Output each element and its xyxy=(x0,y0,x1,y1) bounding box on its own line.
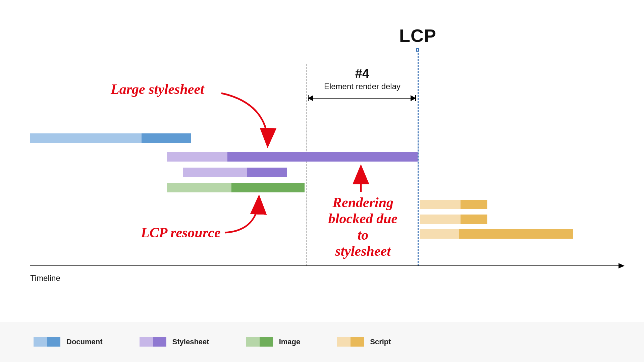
legend-swatch xyxy=(140,337,166,347)
diagram-canvas: LCP #4 Element render delay Timeline Lar… xyxy=(0,0,644,362)
phase-number: #4 xyxy=(339,66,386,81)
render-block-start-line xyxy=(306,64,307,266)
arrow-large-stylesheet xyxy=(0,0,644,362)
bar-stylesheet-large xyxy=(167,152,418,162)
bar-document xyxy=(30,133,191,143)
bar-stylesheet-2 xyxy=(183,168,287,177)
legend-swatch xyxy=(337,337,364,347)
legend-label: Stylesheet xyxy=(172,338,209,346)
phase-bracket xyxy=(308,98,416,99)
legend-swatch xyxy=(34,337,60,347)
bar-image-lcp xyxy=(167,183,305,192)
legend-item-document: Document xyxy=(34,337,103,347)
axis-label: Timeline xyxy=(30,274,60,283)
legend-label: Document xyxy=(66,338,103,346)
legend-label: Script xyxy=(370,338,391,346)
lcp-title: LCP xyxy=(399,25,436,46)
lcp-marker-cap xyxy=(416,48,419,52)
phase-subtitle: Element render delay xyxy=(315,82,410,91)
bar-script-3 xyxy=(420,229,573,239)
legend: DocumentStylesheetImageScript xyxy=(0,322,644,362)
arrow-blocked xyxy=(0,0,644,362)
anno-lcp-resource: LCP resource xyxy=(141,225,221,241)
legend-item-stylesheet: Stylesheet xyxy=(140,337,209,347)
legend-label: Image xyxy=(279,338,301,346)
bar-script-1 xyxy=(420,200,487,209)
arrow-lcp-resource xyxy=(0,0,644,362)
bar-script-2 xyxy=(420,215,487,224)
legend-swatch xyxy=(246,337,273,347)
lcp-marker-line xyxy=(418,53,419,266)
anno-blocked: Rendering blocked due to stylesheet xyxy=(323,194,403,259)
legend-item-image: Image xyxy=(246,337,301,347)
timeline-axis xyxy=(30,265,624,266)
anno-large-stylesheet: Large stylesheet xyxy=(111,81,204,97)
legend-item-script: Script xyxy=(337,337,391,347)
